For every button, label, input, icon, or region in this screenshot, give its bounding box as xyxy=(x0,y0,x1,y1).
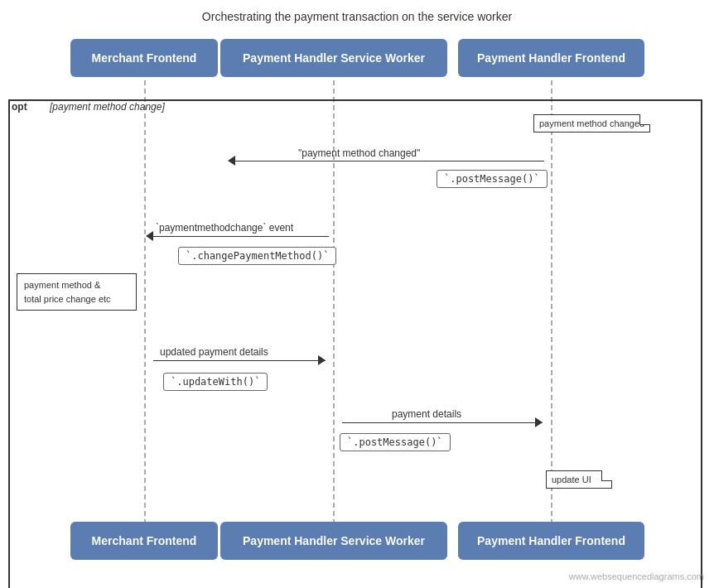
watermark: www.websequencediagrams.com xyxy=(569,571,704,581)
note-update-ui: update UI xyxy=(546,470,612,489)
arrow-updated-label: updated payment details xyxy=(160,346,268,358)
note-payment-method-changed: payment method changed xyxy=(533,114,650,133)
opt-box xyxy=(8,99,702,588)
diagram: Orchestrating the payment transaction on… xyxy=(0,0,714,588)
arrow-paydetails-line xyxy=(342,422,543,423)
actor-frontend-top: Payment Handler Frontend xyxy=(458,39,644,77)
actor-frontend-bottom: Payment Handler Frontend xyxy=(458,522,644,560)
arrow-pmchange-label: `paymentmethodchange` event xyxy=(156,222,293,234)
arrow-pm-changed-label: "payment method changed" xyxy=(298,147,420,159)
arrow-paydetails-head xyxy=(535,417,543,427)
diagram-title: Orchestrating the payment transaction on… xyxy=(0,0,714,30)
side-note-payment: payment method & total price change etc xyxy=(17,273,137,311)
actor-sw-bottom: Payment Handler Service Worker xyxy=(220,522,447,560)
method-changepm: `.changePaymentMethod()` xyxy=(178,247,336,265)
opt-condition: [payment method change] xyxy=(50,101,165,113)
arrow-paydetails-label: payment details xyxy=(392,408,461,420)
arrow-pm-changed-head xyxy=(228,156,235,166)
actor-merchant-top: Merchant Frontend xyxy=(70,39,218,77)
arrow-pmchange-head xyxy=(146,231,153,241)
method-updatewith: `.updateWith()` xyxy=(163,373,268,391)
actor-merchant-bottom: Merchant Frontend xyxy=(70,522,218,560)
arrow-pmchange-line xyxy=(153,236,329,237)
arrow-pm-changed-line xyxy=(235,161,544,161)
actor-sw-top: Payment Handler Service Worker xyxy=(220,39,447,77)
arrow-updated-head xyxy=(318,355,326,365)
method-postmessage-2: `.postMessage()` xyxy=(340,433,451,451)
arrow-updated-line xyxy=(153,360,326,361)
opt-label: opt xyxy=(12,101,27,113)
method-postmessage-1: `.postMessage()` xyxy=(437,170,548,188)
